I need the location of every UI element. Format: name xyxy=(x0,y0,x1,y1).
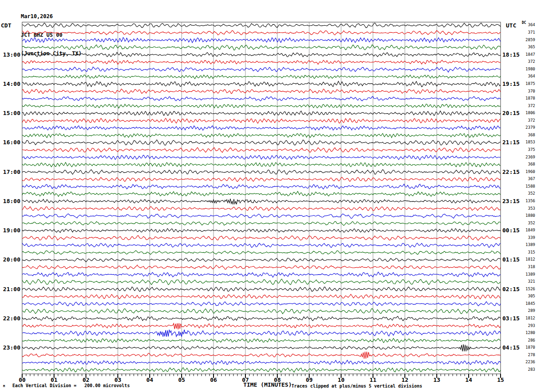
x-tick-label: 12 xyxy=(398,377,412,383)
seismogram-trace-row-37 xyxy=(22,294,501,299)
seismogram-trace-row-47 xyxy=(22,368,501,372)
hour-label-left: 17:00 xyxy=(0,169,20,175)
x-tick-label: 10 xyxy=(334,377,348,383)
seismogram-trace-row-29 xyxy=(22,235,501,240)
seismogram-trace-row-24 xyxy=(22,199,501,204)
dc-value: 2369 xyxy=(508,155,535,159)
x-tick-label: 03 xyxy=(111,377,124,383)
seismogram-plot xyxy=(0,0,536,392)
seismogram-trace-row-8 xyxy=(22,81,501,87)
seismogram-trace-row-46 xyxy=(22,360,501,365)
seismogram-trace-row-28 xyxy=(22,229,501,233)
seismogram-trace-row-27 xyxy=(22,221,501,225)
dc-value: 1847 xyxy=(508,52,535,57)
dc-value: 283 xyxy=(508,367,535,372)
hour-label-left: 20:00 xyxy=(0,256,20,263)
x-tick-label: 04 xyxy=(143,377,156,383)
dc-value: 2236 xyxy=(508,360,535,364)
hour-label-left: 23:00 xyxy=(0,344,20,351)
seismogram-trace-row-45 xyxy=(22,352,501,359)
hour-label-left: 16:00 xyxy=(0,139,20,146)
dc-value: 339 xyxy=(508,235,535,240)
seismogram-trace-row-4 xyxy=(22,52,501,57)
dc-value: 1806 xyxy=(508,111,535,115)
dc-value: 1845 xyxy=(508,301,535,306)
dc-value: 365 xyxy=(508,45,535,49)
vertical-scale-note: Each Vertical Division = 200.00 microvol… xyxy=(12,383,130,388)
x-tick-label: 05 xyxy=(175,377,188,383)
corner-mark: M xyxy=(3,384,5,388)
seismogram-trace-row-13 xyxy=(22,118,501,123)
x-tick-label: 06 xyxy=(207,377,220,383)
hour-label-left: 18:00 xyxy=(0,198,20,204)
seismogram-trace-row-40 xyxy=(22,316,501,321)
dc-value: 352 xyxy=(508,191,535,196)
seismogram-trace-row-42 xyxy=(22,330,501,337)
seismogram-trace-row-39 xyxy=(22,308,501,314)
dc-value: 289 xyxy=(508,308,535,313)
hour-label-left: 13:00 xyxy=(0,51,20,58)
dc-value: 1812 xyxy=(508,316,535,320)
heliplot-screen: Mar10,2026 JCT BHZ US 00 (Junction City,… xyxy=(0,0,536,392)
seismogram-trace-row-43 xyxy=(22,338,501,343)
seismogram-trace-row-33 xyxy=(22,265,501,269)
seismogram-trace-row-18 xyxy=(22,155,501,160)
seismogram-trace-row-6 xyxy=(22,67,501,72)
dc-value: 1356 xyxy=(508,199,535,203)
seismogram-trace-row-2 xyxy=(22,38,501,43)
dc-value: 321 xyxy=(508,279,535,284)
dc-value: 1389 xyxy=(508,242,535,247)
seismogram-trace-row-23 xyxy=(22,191,501,196)
dc-value: 368 xyxy=(508,162,535,166)
x-tick-label: 11 xyxy=(366,377,380,383)
seismogram-trace-row-9 xyxy=(22,89,501,94)
dc-value: 286 xyxy=(508,338,535,342)
dc-value: 367 xyxy=(508,177,535,181)
seismogram-trace-row-26 xyxy=(22,214,501,219)
hour-label-left: 15:00 xyxy=(0,110,20,116)
dc-value: 1849 xyxy=(508,228,535,232)
dc-value: 375 xyxy=(508,147,535,152)
x-tick-label: 15 xyxy=(494,377,507,383)
dc-value: 1853 xyxy=(508,140,535,144)
dc-value: 1280 xyxy=(508,331,535,335)
seismogram-trace-row-44 xyxy=(22,344,501,351)
seismogram-trace-row-35 xyxy=(22,279,501,285)
seismogram-trace-row-31 xyxy=(22,250,501,254)
x-tick-label: 14 xyxy=(462,377,475,383)
dc-value: 1875 xyxy=(508,81,535,86)
clip-note: Traces clipped at plus/minus 5 vertical … xyxy=(291,384,422,388)
plot-frame xyxy=(22,22,501,374)
dc-value: 371 xyxy=(508,30,535,35)
dc-value: 372 xyxy=(508,104,535,108)
seismogram-trace-row-1 xyxy=(22,31,501,35)
dc-value: 1588 xyxy=(508,184,535,188)
dc-value: 1960 xyxy=(508,169,535,174)
dc-value: 1878 xyxy=(508,96,535,100)
dc-value: 353 xyxy=(508,206,535,211)
dc-value: 370 xyxy=(508,89,535,93)
dc-value: 1812 xyxy=(508,257,535,261)
hour-label-left: 21:00 xyxy=(0,286,20,292)
dc-value: 318 xyxy=(508,265,535,269)
x-tick-label: 01 xyxy=(47,377,61,383)
seismogram-trace-row-11 xyxy=(22,104,501,108)
seismogram-trace-row-7 xyxy=(22,75,501,79)
dc-value: 352 xyxy=(508,221,535,225)
dc-value: 372 xyxy=(508,59,535,64)
dc-value: 293 xyxy=(508,323,535,328)
seismogram-trace-row-20 xyxy=(22,169,501,174)
dc-value: 364 xyxy=(508,23,535,27)
dc-value: 2859 xyxy=(508,38,535,42)
seismogram-trace-row-30 xyxy=(22,243,501,247)
seismogram-trace-row-17 xyxy=(22,148,501,153)
seismogram-trace-row-22 xyxy=(22,184,501,189)
dc-value: 1870 xyxy=(508,345,535,350)
seismogram-trace-row-41 xyxy=(22,323,501,329)
seismogram-trace-row-5 xyxy=(22,60,501,64)
dc-value: 364 xyxy=(508,74,535,78)
dc-value: 1880 xyxy=(508,213,535,218)
seismogram-trace-row-12 xyxy=(22,111,501,116)
seismogram-trace-row-14 xyxy=(22,126,501,130)
seismogram-trace-row-25 xyxy=(22,206,501,211)
